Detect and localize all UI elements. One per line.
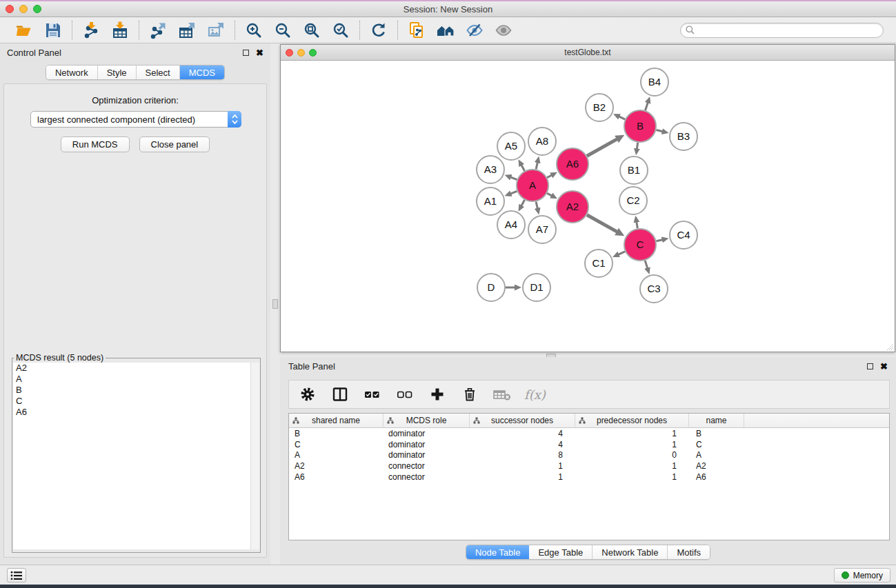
home-icon[interactable]	[435, 20, 456, 41]
network-canvas[interactable]: B4B2BB3A5A8A6B1A3AC2A1A2A4A7C4CC1C3DD1	[281, 61, 895, 352]
import-table-icon[interactable]	[110, 20, 130, 41]
search-input[interactable]	[695, 24, 883, 37]
graph-node-A6[interactable]: A6	[557, 148, 588, 180]
float-panel-icon[interactable]	[243, 50, 249, 56]
tab-motifs[interactable]: Motifs	[668, 545, 710, 559]
column-header-mcds-role[interactable]: MCDS role	[384, 414, 470, 427]
split-column-icon[interactable]	[330, 384, 350, 405]
graph-edge-C-C1[interactable]	[618, 252, 625, 254]
close-panel-icon[interactable]: ✖	[256, 48, 263, 57]
resize-grip-icon[interactable]	[886, 343, 894, 351]
graph-edge-B-B1[interactable]	[637, 143, 637, 150]
graph-node-B3[interactable]: B3	[670, 123, 697, 150]
select-all-icon[interactable]	[362, 384, 383, 405]
graph-node-B2[interactable]: B2	[586, 94, 613, 121]
graph-edge-C-C4[interactable]	[656, 240, 662, 241]
graph-node-C2[interactable]: C2	[619, 187, 647, 214]
export-network-icon[interactable]	[148, 20, 168, 41]
graph-edge-C-C3[interactable]	[645, 261, 648, 269]
search-field[interactable]	[680, 23, 884, 38]
graph-node-A4[interactable]: A4	[497, 211, 525, 239]
tab-select[interactable]: Select	[137, 65, 180, 79]
graph-edge-A-A3[interactable]	[510, 177, 517, 180]
graph-edge-A-A7[interactable]	[536, 201, 537, 208]
column-header-successor-nodes[interactable]: successor nodes	[470, 414, 575, 427]
graph-node-C3[interactable]: C3	[640, 275, 668, 303]
export-image-icon[interactable]	[206, 20, 226, 41]
tab-network-table[interactable]: Network Table	[593, 545, 668, 559]
graph-node-B[interactable]: B	[624, 110, 656, 142]
hide-panel-icon[interactable]	[464, 20, 485, 41]
graph-node-A2[interactable]: A2	[557, 191, 588, 223]
task-history-button[interactable]	[7, 568, 26, 582]
graph-node-A7[interactable]: A7	[528, 216, 556, 243]
result-item[interactable]: C	[13, 396, 259, 407]
result-item[interactable]: B	[13, 385, 259, 396]
graph-edge-C-C2[interactable]	[637, 222, 638, 229]
tab-style[interactable]: Style	[98, 65, 137, 79]
network-from-file-icon[interactable]	[406, 20, 427, 41]
zoom-in-icon[interactable]	[243, 20, 264, 41]
show-panel-icon[interactable]	[493, 20, 514, 41]
graph-node-D1[interactable]: D1	[523, 274, 550, 301]
zoom-selected-icon[interactable]	[330, 20, 351, 41]
graph-node-C4[interactable]: C4	[670, 221, 697, 249]
open-file-icon[interactable]	[14, 20, 34, 41]
graph-edge-B-B4[interactable]	[645, 102, 648, 110]
column-header-shared-name[interactable]: shared name	[289, 414, 384, 427]
graph-node-A8[interactable]: A8	[528, 128, 556, 155]
vertical-split-handle[interactable]	[272, 299, 278, 309]
table-row[interactable]: A2connector 11 A2	[289, 460, 889, 472]
result-item[interactable]: A2	[13, 363, 259, 374]
function-builder-icon[interactable]: f(x)	[524, 387, 546, 402]
add-column-icon[interactable]	[427, 384, 448, 405]
table-row[interactable]: Cdominator 41 C	[289, 439, 889, 450]
float-panel-icon[interactable]	[867, 363, 873, 369]
delete-icon[interactable]	[459, 384, 480, 405]
column-header-predecessor-nodes[interactable]: predecessor nodes	[575, 414, 689, 427]
zoom-fit-icon[interactable]	[301, 20, 322, 41]
result-item[interactable]: A	[13, 374, 259, 385]
tab-network[interactable]: Network	[46, 65, 98, 79]
graph-node-A[interactable]: A	[517, 170, 548, 201]
graph-node-A1[interactable]: A1	[477, 187, 504, 215]
column-header-name[interactable]: name	[689, 414, 744, 427]
graph-node-B1[interactable]: B1	[620, 156, 648, 184]
zoom-out-icon[interactable]	[272, 20, 293, 41]
graph-edge-A-A1[interactable]	[510, 191, 517, 194]
table-row[interactable]: Adominator 80 A	[289, 450, 889, 461]
graph-edge-A2-C[interactable]	[587, 215, 617, 232]
deselect-all-icon[interactable]	[395, 384, 415, 405]
delete-table-icon[interactable]	[492, 384, 512, 405]
table-row[interactable]: A6connector 11 A6	[289, 472, 889, 483]
close-panel-button[interactable]: Close panel	[139, 136, 210, 152]
save-session-icon[interactable]	[43, 20, 63, 41]
tab-edge-table[interactable]: Edge Table	[529, 545, 593, 559]
import-network-icon[interactable]	[81, 20, 101, 41]
refresh-layout-icon[interactable]	[368, 20, 389, 41]
scrollbar-track[interactable]	[250, 363, 259, 549]
graph-edge-A-A8[interactable]	[536, 162, 537, 169]
graph-node-A5[interactable]: A5	[497, 132, 525, 160]
graph-node-C[interactable]: C	[624, 229, 656, 261]
graph-node-C1[interactable]: C1	[585, 250, 613, 277]
optimization-criterion-select[interactable]: largest connected component (directed)	[30, 111, 241, 128]
close-panel-icon[interactable]: ✖	[880, 362, 888, 371]
graph-edge-A-A6[interactable]	[547, 175, 552, 178]
graph-node-D[interactable]: D	[477, 274, 505, 301]
table-row[interactable]: Bdominator 41 B	[289, 428, 889, 439]
graph-edge-A-A4[interactable]	[521, 200, 525, 206]
mcds-result-list[interactable]: A2 A B C A6	[13, 363, 259, 549]
graph-edge-B-B3[interactable]	[656, 130, 662, 132]
result-item[interactable]: A6	[13, 407, 259, 418]
graph-edge-A6-B[interactable]	[587, 139, 617, 156]
network-window-titlebar[interactable]: testGlobe.txt	[281, 45, 895, 61]
graph-edge-A-A2[interactable]	[547, 193, 552, 196]
tab-node-table[interactable]: Node Table	[466, 545, 530, 559]
tab-mcds[interactable]: MCDS	[180, 65, 224, 79]
memory-button[interactable]: Memory	[834, 568, 890, 582]
graph-node-B4[interactable]: B4	[641, 68, 668, 96]
graph-node-A3[interactable]: A3	[477, 156, 504, 183]
graph-edge-B-B2[interactable]	[619, 116, 625, 119]
export-table-icon[interactable]	[177, 20, 197, 41]
